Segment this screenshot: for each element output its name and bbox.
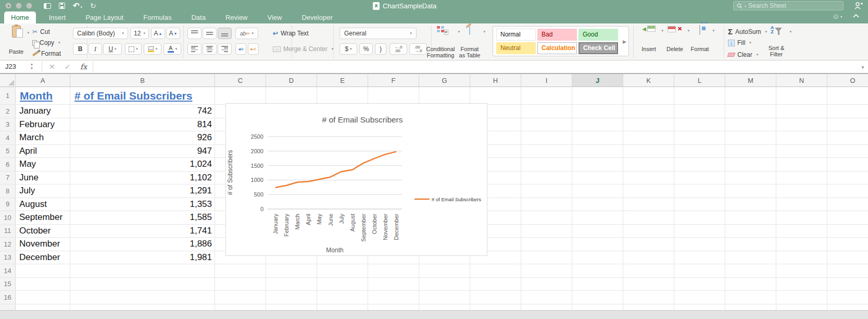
cell-M10[interactable] <box>725 211 776 225</box>
cell-B6[interactable]: 1,024 <box>70 158 215 171</box>
cell-N1[interactable] <box>776 87 827 105</box>
format-as-table-button[interactable]: ▾ Format as Table <box>455 26 484 35</box>
percent-format-button[interactable]: % <box>359 43 373 55</box>
undo-button[interactable]: ↶▾ <box>73 0 82 11</box>
increase-font-size-button[interactable]: A▲ <box>151 28 165 39</box>
style-good[interactable]: Good <box>578 29 618 41</box>
cell-L9[interactable] <box>674 198 725 212</box>
cell-F16[interactable] <box>368 291 419 304</box>
cell-K13[interactable] <box>623 251 674 265</box>
cell-H1[interactable] <box>470 87 521 105</box>
column-header-E[interactable]: E <box>317 74 368 87</box>
cell-B13[interactable]: 1,981 <box>70 251 215 265</box>
cell-F1[interactable] <box>368 87 419 105</box>
cell-L5[interactable] <box>674 145 725 158</box>
column-header-M[interactable]: M <box>725 74 776 87</box>
cell-B16[interactable] <box>70 291 215 304</box>
cell-I11[interactable] <box>521 225 572 238</box>
cell-K14[interactable] <box>623 264 674 278</box>
cell-B10[interactable]: 1,585 <box>70 211 215 225</box>
tab-formulas[interactable]: Formulas <box>136 11 178 23</box>
cell-B14[interactable] <box>70 264 215 278</box>
cell-A6[interactable]: May <box>16 158 70 171</box>
cell-M8[interactable] <box>725 185 776 198</box>
align-left-button[interactable] <box>187 43 202 55</box>
cell-J13[interactable] <box>572 251 623 265</box>
cell-I13[interactable] <box>521 251 572 265</box>
cell-L12[interactable] <box>674 238 725 251</box>
column-header-G[interactable]: G <box>419 74 470 87</box>
style-check-cell[interactable]: Check Cell <box>578 42 618 54</box>
column-header-H[interactable]: H <box>470 74 521 87</box>
cell-I3[interactable] <box>521 118 572 132</box>
align-right-button[interactable] <box>218 43 232 55</box>
cell-K16[interactable] <box>623 291 674 304</box>
cell-A12[interactable]: November <box>16 238 70 251</box>
zoom-window-button[interactable] <box>26 3 32 9</box>
cell-I10[interactable] <box>521 211 572 225</box>
insert-cells-button[interactable]: ◀ ▾ Insert <box>636 26 661 32</box>
cell-M7[interactable] <box>725 171 776 185</box>
cell-I6[interactable] <box>521 158 572 171</box>
tab-insert[interactable]: Insert <box>42 11 73 23</box>
cell-G16[interactable] <box>419 291 470 304</box>
cell-H14[interactable] <box>470 264 521 278</box>
tab-developer[interactable]: Developer <box>295 11 339 23</box>
cell-B15[interactable] <box>70 278 215 291</box>
cell-I2[interactable] <box>521 105 572 118</box>
cell-M12[interactable] <box>725 238 776 251</box>
cell-I9[interactable] <box>521 198 572 212</box>
format-cells-button[interactable]: ▾ Format <box>687 26 712 35</box>
cell-A16[interactable] <box>16 291 70 304</box>
cell-C16[interactable] <box>215 291 266 304</box>
cell-C17[interactable] <box>215 304 266 311</box>
align-bottom-button[interactable] <box>218 28 232 39</box>
cell-M3[interactable] <box>725 118 776 132</box>
cell-N13[interactable] <box>776 251 827 265</box>
borders-button[interactable]: ▾ <box>125 43 142 55</box>
cell-L7[interactable] <box>674 171 725 185</box>
increase-indent-button[interactable]: ▸≡ <box>248 43 259 55</box>
cell-K7[interactable] <box>623 171 674 185</box>
cell-I17[interactable] <box>521 304 572 311</box>
cell-I7[interactable] <box>521 171 572 185</box>
cell-K10[interactable] <box>623 211 674 225</box>
cell-I4[interactable] <box>521 131 572 145</box>
column-header-N[interactable]: N <box>776 74 827 87</box>
row-header-2[interactable]: 2 <box>0 105 16 118</box>
cell-A17[interactable] <box>16 304 70 311</box>
cell-J3[interactable] <box>572 118 623 132</box>
cut-button[interactable]: ✂ Cut <box>32 28 50 35</box>
orientation-button[interactable]: ab ✎▾ <box>235 28 258 39</box>
cell-C14[interactable] <box>215 264 266 278</box>
font-color-button[interactable]: A ▾ <box>163 43 181 55</box>
cell-M9[interactable] <box>725 198 776 212</box>
row-header-15[interactable]: 15 <box>0 278 16 291</box>
cell-A4[interactable]: March <box>16 131 70 145</box>
cell-O1[interactable] <box>827 87 868 105</box>
cell-B5[interactable]: 947 <box>70 145 215 158</box>
cell-J9[interactable] <box>572 198 623 212</box>
redo-icon[interactable]: ↻ <box>90 0 96 11</box>
cell-M2[interactable] <box>725 105 776 118</box>
cell-H16[interactable] <box>470 291 521 304</box>
cell-B4[interactable]: 926 <box>70 131 215 145</box>
copy-button[interactable]: Copy▾ <box>32 39 60 46</box>
cell-O9[interactable] <box>827 198 868 212</box>
cell-J14[interactable] <box>572 264 623 278</box>
tab-home[interactable]: Home <box>4 11 36 23</box>
cell-N3[interactable] <box>776 118 827 132</box>
enter-icon[interactable]: ✓ <box>65 60 71 73</box>
cell-N11[interactable] <box>776 225 827 238</box>
paste-dropdown-caret[interactable]: ▾ <box>27 31 29 35</box>
cell-I12[interactable] <box>521 238 572 251</box>
style-normal[interactable]: Normal <box>496 29 536 41</box>
cell-O5[interactable] <box>827 145 868 158</box>
cell-J6[interactable] <box>572 158 623 171</box>
cell-H17[interactable] <box>470 304 521 311</box>
style-neutral[interactable]: Neutral <box>496 42 536 54</box>
row-header-8[interactable]: 8 <box>0 185 16 198</box>
cell-J10[interactable] <box>572 211 623 225</box>
cell-A7[interactable]: June <box>16 171 70 185</box>
cell-A13[interactable]: December <box>16 251 70 265</box>
